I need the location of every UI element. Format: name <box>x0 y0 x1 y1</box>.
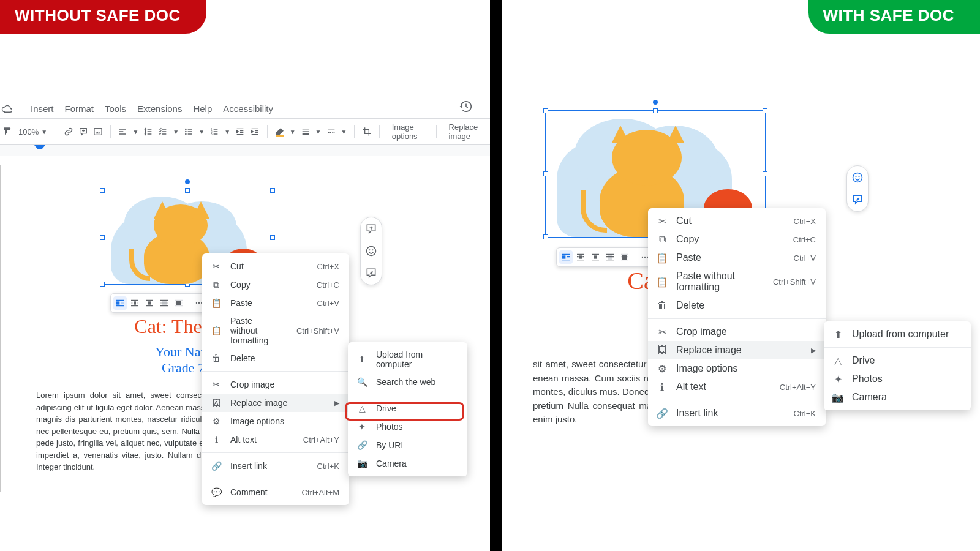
border-color-icon[interactable] <box>275 126 285 137</box>
line-spacing-icon[interactable] <box>143 126 153 137</box>
wrap-text-icon[interactable] <box>128 296 141 310</box>
suggest-edit-icon[interactable] <box>364 266 378 280</box>
crop-tool-icon[interactable] <box>362 126 372 137</box>
ctx-copy-r[interactable]: ⧉CopyCtrl+C <box>648 230 826 249</box>
bulleted-list-icon[interactable] <box>184 126 194 137</box>
svg-rect-22 <box>608 255 612 260</box>
history-icon[interactable] <box>459 100 473 113</box>
align-icon[interactable] <box>118 126 127 137</box>
panel-with-safedoc: WITH SAFE DOC <box>502 0 980 551</box>
indent-increase-icon[interactable] <box>250 126 260 137</box>
rotate-handle-r[interactable] <box>653 100 658 105</box>
ctx-cut-r[interactable]: ✂CutCtrl+X <box>648 212 826 230</box>
replace-image-button[interactable]: Replace image <box>444 122 488 141</box>
context-menu: ✂CutCtrl+X ⧉CopyCtrl+C 📋PasteCtrl+V 📋Pas… <box>202 253 349 505</box>
zoom-select[interactable]: 100%▼ <box>17 127 48 137</box>
ctx-comment[interactable]: 💬CommentCtrl+Alt+M <box>202 483 349 501</box>
svg-rect-23 <box>622 255 627 260</box>
sub-upload-r[interactable]: ⬆Upload from computer <box>824 325 971 343</box>
toolbar: 100%▼ ▼ ▼ ▼ 123▼ ▼ ▼ ▼ Image <box>0 119 490 145</box>
wrap-behind-icon[interactable] <box>157 296 171 310</box>
comment-add-icon[interactable] <box>78 126 88 137</box>
svg-rect-0 <box>94 129 102 135</box>
image-options-button[interactable]: Image options <box>387 122 429 141</box>
border-dash-icon[interactable] <box>326 126 336 137</box>
badge-with: WITH SAFE DOC <box>809 0 981 34</box>
ctx-insert-link[interactable]: 🔗Insert linkCtrl+K <box>202 457 349 475</box>
sub-upload[interactable]: ⬆Upload from computer <box>348 346 467 373</box>
ctx-paste-r[interactable]: 📋PasteCtrl+V <box>648 249 826 267</box>
ctx-replace-image[interactable]: 🖼Replace image▶ <box>202 394 349 412</box>
sub-camera-r[interactable]: 📷Camera <box>824 388 971 407</box>
svg-point-3 <box>185 133 187 135</box>
sub-photos[interactable]: ✦Photos <box>348 418 467 436</box>
sub-search-web[interactable]: 🔍Search the web <box>348 373 467 391</box>
paint-format-icon[interactable] <box>2 126 12 137</box>
replace-image-submenu-r: ⬆Upload from computer △Drive ✦Photos 📷Ca… <box>824 321 971 410</box>
menu-insert[interactable]: Insert <box>31 103 54 114</box>
context-menu-r: ✂CutCtrl+X ⧉CopyCtrl+C 📋PasteCtrl+V 📋Pas… <box>648 208 826 426</box>
svg-point-27 <box>853 173 862 182</box>
panel-divider <box>490 0 502 551</box>
ctx-paste[interactable]: 📋PasteCtrl+V <box>202 294 349 312</box>
ctx-image-options-r[interactable]: ⚙Image options <box>648 359 826 378</box>
ctx-insert-link-r[interactable]: 🔗Insert linkCtrl+K <box>648 404 826 422</box>
sub-camera[interactable]: 📷Camera <box>348 454 467 473</box>
svg-rect-8 <box>116 301 119 304</box>
svg-point-28 <box>856 176 857 177</box>
ctx-paste-plain[interactable]: 📋Paste without formattingCtrl+Shift+V <box>202 312 349 349</box>
side-reactions-pill-r <box>846 165 869 212</box>
checklist-icon[interactable] <box>158 126 168 137</box>
wrap-front-icon[interactable] <box>172 296 186 310</box>
ctx-delete[interactable]: 🗑Delete <box>202 349 349 367</box>
menu-help[interactable]: Help <box>193 103 212 114</box>
svg-point-17 <box>369 249 371 250</box>
svg-point-29 <box>859 176 860 177</box>
svg-text:3: 3 <box>211 133 213 136</box>
ctx-copy[interactable]: ⧉CopyCtrl+C <box>202 276 349 294</box>
ctx-replace-image-r[interactable]: 🖼Replace image▶ <box>648 341 826 359</box>
add-comment-icon[interactable] <box>364 222 378 236</box>
menu-format[interactable]: Format <box>65 103 94 114</box>
insert-image-icon[interactable] <box>93 126 103 137</box>
border-weight-icon[interactable] <box>301 126 311 137</box>
suggest-edit-icon-r[interactable] <box>851 193 864 206</box>
wrap-inline-icon[interactable] <box>113 296 127 310</box>
svg-point-18 <box>372 249 374 250</box>
menu-accessibility[interactable]: Accessibility <box>223 103 273 114</box>
emoji-react-icon[interactable] <box>364 244 378 258</box>
svg-point-13 <box>196 302 197 304</box>
rotate-handle[interactable] <box>185 179 190 184</box>
svg-rect-20 <box>579 255 582 258</box>
sub-by-url[interactable]: 🔗By URL <box>348 436 467 454</box>
svg-rect-11 <box>162 301 167 305</box>
link-icon[interactable] <box>64 126 74 137</box>
svg-point-14 <box>198 302 200 304</box>
ctx-alt-text[interactable]: ℹAlt textCtrl+Alt+Y <box>202 430 349 449</box>
menu-tools[interactable]: Tools <box>105 103 126 114</box>
badge-without: WITHOUT SAFE DOC <box>0 0 206 34</box>
ctx-alt-text-r[interactable]: ℹAlt textCtrl+Alt+Y <box>648 378 826 396</box>
ctx-cut[interactable]: ✂CutCtrl+X <box>202 257 349 276</box>
menu-extensions[interactable]: Extensions <box>137 103 182 114</box>
svg-point-16 <box>367 247 376 256</box>
sub-photos-r[interactable]: ✦Photos <box>824 370 971 388</box>
wrap-break-icon[interactable] <box>143 296 156 310</box>
indent-decrease-icon[interactable] <box>235 126 245 137</box>
numbered-list-icon[interactable]: 123 <box>209 126 219 137</box>
image-wrap-toolbar <box>110 293 209 313</box>
svg-rect-12 <box>176 301 181 305</box>
sub-drive-r[interactable]: △Drive <box>824 351 971 370</box>
ruler[interactable] <box>0 145 490 156</box>
svg-rect-21 <box>594 255 597 258</box>
ctx-crop-r[interactable]: ✂Crop image <box>648 323 826 341</box>
svg-rect-9 <box>134 301 136 304</box>
sub-drive[interactable]: △Drive <box>348 399 467 418</box>
ctx-image-options[interactable]: ⚙Image options <box>202 412 349 430</box>
emoji-react-icon-r[interactable] <box>851 171 864 184</box>
ctx-delete-r[interactable]: 🗑Delete <box>648 296 826 315</box>
ctx-paste-plain-r[interactable]: 📋Paste without formattingCtrl+Shift+V <box>648 267 826 296</box>
svg-rect-7 <box>276 135 284 137</box>
svg-point-2 <box>185 131 187 133</box>
ctx-crop[interactable]: ✂Crop image <box>202 375 349 394</box>
